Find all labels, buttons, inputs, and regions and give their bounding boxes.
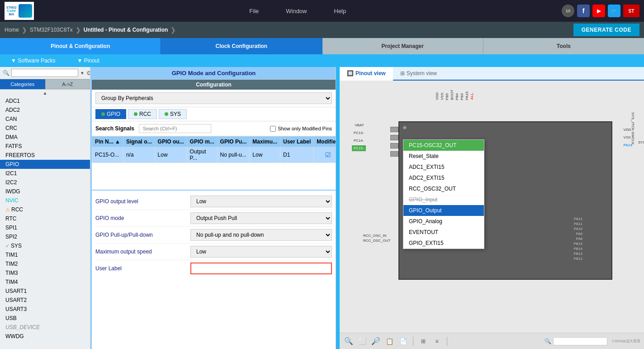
output-level-select[interactable]: Low High xyxy=(190,196,332,207)
context-menu-item-9[interactable]: GPIO_EXTI15 xyxy=(403,238,484,249)
col-pin-name[interactable]: Pin N... ▲ xyxy=(92,137,123,147)
settings-icon[interactable]: ⚙ xyxy=(86,70,90,76)
col-signal[interactable]: Signal o... xyxy=(123,137,155,147)
sidebar-item-rtc[interactable]: RTC xyxy=(0,214,90,223)
right-tab-system[interactable]: ⊞ System view xyxy=(393,67,444,80)
logo: STM32 Cube MX xyxy=(5,2,34,20)
sidebar-item-usart2[interactable]: USART2 xyxy=(0,296,90,305)
context-menu-item-8[interactable]: EVENTOUT xyxy=(403,227,484,238)
config-row-user-label: User Label D1 xyxy=(95,260,332,277)
col-user-label[interactable]: User Label xyxy=(280,137,313,147)
dropdown-icon[interactable]: ▼ xyxy=(80,71,85,76)
context-menu-item-2[interactable]: ADC1_EXTI15 xyxy=(403,162,484,172)
right-tab-pinout[interactable]: 🔲 Pinout view xyxy=(340,67,393,81)
sidebar-item-tim1[interactable]: TIM1 xyxy=(0,250,90,259)
gpio-tab-gpio[interactable]: GPIO xyxy=(95,109,126,119)
collapse-arrow[interactable]: ▲ xyxy=(0,90,90,96)
sidebar-item-i2c2[interactable]: I2C2 xyxy=(0,178,90,187)
user-label-label: User Label xyxy=(95,265,190,272)
table-row[interactable]: PC15-O... n/a Low Output P... No pull-u.… xyxy=(92,147,336,163)
twitter-icon[interactable]: 🐦 xyxy=(608,5,620,17)
nav-help[interactable]: Help xyxy=(334,8,346,14)
sidebar-item-adc1[interactable]: ADC1 xyxy=(0,96,90,105)
max-speed-select[interactable]: Low Medium High xyxy=(190,246,332,258)
col-gpio-output[interactable]: GPIO ou... xyxy=(155,137,187,147)
sub-nav-pinout[interactable]: ▼ Pinout xyxy=(66,54,110,67)
sidebar-item-usb[interactable]: USB xyxy=(0,314,90,323)
fit-screen-button[interactable]: ⬜ xyxy=(357,336,368,347)
nav-window[interactable]: Window xyxy=(286,8,307,14)
zoom-in-button[interactable]: 🔍 xyxy=(343,336,354,347)
sidebar-item-wwdg[interactable]: WWDG xyxy=(0,332,90,341)
signal-search-input[interactable] xyxy=(139,124,211,133)
sidebar-tab-categories[interactable]: Categories xyxy=(0,79,45,89)
sidebar-tabs: Categories A->Z xyxy=(0,79,90,90)
sidebar-item-adc2[interactable]: ADC2 xyxy=(0,105,90,115)
gpio-tab-sys[interactable]: SYS xyxy=(159,109,187,119)
show-modified-checkbox[interactable] xyxy=(270,126,276,132)
gpio-tab-rcc[interactable]: RCC xyxy=(128,109,157,119)
sidebar-tab-az[interactable]: A->Z xyxy=(45,79,90,89)
context-menu-item-6[interactable]: GPIO_Output xyxy=(403,205,484,216)
sidebar-item-dma[interactable]: DMA xyxy=(0,133,90,142)
sidebar-item-gpio[interactable]: GPIO xyxy=(0,160,90,169)
context-menu-item-4[interactable]: RCC_OSC32_OUT xyxy=(403,183,484,194)
sidebar-search-input[interactable] xyxy=(11,69,78,77)
context-menu-item-7[interactable]: GPIO_Analog xyxy=(403,216,484,227)
sidebar-item-usb-device[interactable]: USB_DEVICE xyxy=(0,323,90,332)
sidebar-item-crc[interactable]: CRC xyxy=(0,124,90,133)
col-gpio-mode[interactable]: GPIO m... xyxy=(187,137,217,147)
sidebar-item-rcc[interactable]: ⚠ RCC xyxy=(0,205,90,214)
sidebar-item-nvic[interactable]: NVIC xyxy=(0,196,90,205)
col-max-speed[interactable]: Maximu... xyxy=(250,137,280,147)
sidebar-item-tim3[interactable]: TIM3 xyxy=(0,268,90,277)
breadcrumb-project[interactable]: Untitled - Pinout & Configuration xyxy=(84,27,168,33)
top-icons: 10 f ▶ 🐦 ST xyxy=(562,5,639,17)
user-label-input[interactable]: D1 xyxy=(190,263,332,274)
sub-nav-software[interactable]: ▼ Software Packs xyxy=(0,54,66,67)
col-gpio-pull[interactable]: GPIO Pu... xyxy=(217,137,250,147)
group-by-select[interactable]: Group By Peripherals Group By GPIO Bank xyxy=(95,92,332,104)
pull-select[interactable]: No pull-up and no pull-down Pull-up Pull… xyxy=(190,229,332,241)
paste-button[interactable]: 📄 xyxy=(398,336,408,347)
sidebar-item-tim4[interactable]: TIM4 xyxy=(0,277,90,287)
context-menu-item-5[interactable]: GPIO_Input xyxy=(403,194,484,205)
zoom-out-button[interactable]: 🔎 xyxy=(370,336,381,347)
nav-file[interactable]: File xyxy=(249,8,259,14)
list-button[interactable]: ≡ xyxy=(431,336,442,347)
context-menu-item-1[interactable]: Reset_State xyxy=(403,151,484,162)
tab-clock[interactable]: Clock Configuration xyxy=(161,38,322,54)
sidebar-item-i2c1[interactable]: I2C1 xyxy=(0,169,90,178)
sidebar-list: ▲ ADC1 ADC2 CAN CRC DMA FATFS FREERTOS xyxy=(0,90,90,349)
config-row-max-speed: Maximum output speed Low Medium High xyxy=(95,244,332,260)
pull-label: GPIO Pull-up/Pull-down xyxy=(95,232,190,238)
sidebar-item-usart3[interactable]: USART3 xyxy=(0,305,90,314)
sidebar-item-can[interactable]: CAN xyxy=(0,115,90,124)
tab-pinout[interactable]: Pinout & Configuration xyxy=(0,38,161,54)
youtube-icon[interactable]: ▶ xyxy=(592,5,605,17)
layout-button[interactable]: ⊞ xyxy=(418,336,429,347)
context-menu-item-3[interactable]: ADC2_EXTI15 xyxy=(403,172,484,183)
generate-code-button[interactable]: GENERATE CODE xyxy=(573,24,639,36)
gpio-mode-select[interactable]: Output Push Pull Output Open Drain xyxy=(190,212,332,224)
context-menu-item-0[interactable]: PC15-OSC32_OUT xyxy=(403,140,484,151)
sidebar-item-sys[interactable]: ✓ SYS xyxy=(0,241,90,250)
vert-separator-right xyxy=(336,67,340,349)
tab-tools[interactable]: Tools xyxy=(483,38,644,54)
breadcrumb-home[interactable]: Home xyxy=(5,27,19,33)
search-icon: 🔍 xyxy=(3,70,9,76)
breadcrumb-device[interactable]: STM32F103C8Tx xyxy=(30,27,73,33)
sidebar-item-usart1[interactable]: USART1 xyxy=(0,287,90,296)
col-modified[interactable]: Modified xyxy=(314,137,336,147)
sidebar-item-freertos[interactable]: FREERTOS xyxy=(0,151,90,160)
toolbar-search-input[interactable] xyxy=(553,337,607,345)
top-nav: File Window Help xyxy=(43,8,553,14)
sidebar-item-spi2[interactable]: SPI2 xyxy=(0,232,90,241)
sidebar-item-spi1[interactable]: SPI1 xyxy=(0,223,90,232)
copy-button[interactable]: 📋 xyxy=(384,336,395,347)
sidebar-item-fatfs[interactable]: FATFS xyxy=(0,142,90,151)
sidebar-item-iwdg[interactable]: IWDG xyxy=(0,187,90,196)
sidebar-item-tim2[interactable]: TIM2 xyxy=(0,259,90,268)
facebook-icon[interactable]: f xyxy=(577,5,590,17)
tab-project[interactable]: Project Manager xyxy=(322,38,483,54)
